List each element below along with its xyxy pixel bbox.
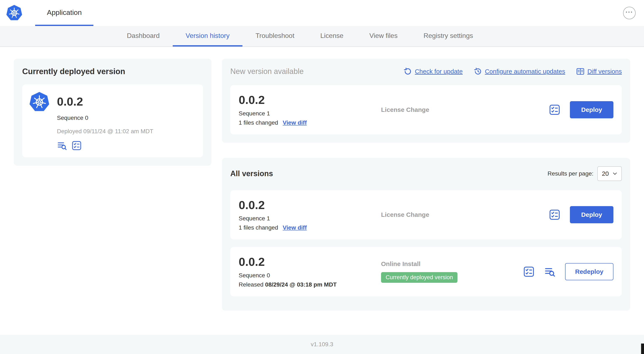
console-version: v1.109.3 <box>311 341 333 348</box>
tab-registry-settings[interactable]: Registry settings <box>410 26 486 47</box>
version-sequence: Sequence 1 <box>239 215 381 222</box>
all-versions-header: All versions Results per page: 20 <box>230 166 622 181</box>
version-controls: Deploy <box>549 206 614 223</box>
diff-icon <box>576 68 584 75</box>
view-config-checklist-icon[interactable] <box>72 141 82 151</box>
configure-automatic-updates-link[interactable]: Configure automatic updates <box>474 68 565 75</box>
tab-view-files[interactable]: View files <box>356 26 410 47</box>
tab-license[interactable]: License <box>307 26 356 47</box>
version-info: 0.0.2 Sequence 1 1 files changed View di… <box>239 199 381 231</box>
release-notes-icon[interactable] <box>57 141 67 151</box>
view-diff-link[interactable]: View diff <box>283 119 307 126</box>
version-source: License Change <box>381 106 549 113</box>
change-type-label: Online Install <box>381 260 523 267</box>
released-date: 08/29/24 @ 03:18 pm MDT <box>265 281 337 288</box>
release-notes-icon[interactable] <box>544 266 556 277</box>
view-config-checklist-icon[interactable] <box>549 104 560 115</box>
version-actions: Check for update Configure automatic upd… <box>404 68 622 75</box>
right-column: New version available Check for update <box>222 59 630 311</box>
app-footer: v1.109.3 <box>0 335 644 354</box>
tab-version-history[interactable]: Version history <box>173 26 243 47</box>
tab-license-label: License <box>320 32 343 40</box>
version-number: 0.0.2 <box>239 255 381 268</box>
version-controls: Redeploy <box>523 263 614 280</box>
deployed-version-number: 0.0.2 <box>57 91 153 112</box>
refresh-icon <box>404 68 412 75</box>
files-changed-count: 1 files changed <box>239 119 278 126</box>
tab-registry-settings-label: Registry settings <box>424 32 473 40</box>
deployed-sequence: Sequence 0 <box>57 115 153 121</box>
version-sequence: Sequence 0 <box>239 272 381 279</box>
kubernetes-app-icon <box>29 91 50 113</box>
files-changed-row: 1 files changed View diff <box>239 224 381 231</box>
top-header: Application ··· <box>0 0 644 26</box>
results-per-page: Results per page: 20 <box>548 166 622 181</box>
currently-deployed-badge: Currently deployed version <box>381 272 458 283</box>
version-info: 0.0.2 Sequence 1 1 files changed View di… <box>239 93 381 126</box>
new-version-card: 0.0.2 Sequence 1 1 files changed View di… <box>230 85 622 135</box>
kubernetes-logo-icon <box>6 4 22 22</box>
currently-deployed-panel: Currently deployed version <box>14 59 212 166</box>
currently-deployed-card: 0.0.2 Sequence 0 Deployed 09/11/24 @ 11:… <box>22 84 203 157</box>
version-info: 0.0.2 Sequence 0 Released08/29/24 @ 03:1… <box>239 255 381 288</box>
version-source: License Change <box>381 211 549 218</box>
check-for-update-link[interactable]: Check for update <box>404 68 462 75</box>
change-type-label: License Change <box>381 211 549 218</box>
diff-versions-label: Diff versions <box>587 68 622 75</box>
version-row: 0.0.2 Sequence 0 Released08/29/24 @ 03:1… <box>230 247 622 296</box>
view-config-checklist-icon[interactable] <box>549 209 560 220</box>
files-changed-count: 1 files changed <box>239 224 278 231</box>
tab-version-history-label: Version history <box>186 32 230 40</box>
tab-application-label: Application <box>47 8 82 17</box>
tab-dashboard-label: Dashboard <box>127 32 160 40</box>
check-for-update-label: Check for update <box>415 68 462 75</box>
deploy-button[interactable]: Deploy <box>570 206 614 223</box>
results-per-page-label: Results per page: <box>548 170 593 177</box>
all-versions-title: All versions <box>230 169 273 178</box>
released-label: Released08/29/24 @ 03:18 pm MDT <box>239 281 337 288</box>
results-per-page-value: 20 <box>602 170 609 177</box>
files-changed-row: 1 files changed View diff <box>239 119 381 126</box>
version-source: Online Install Currently deployed versio… <box>381 260 523 283</box>
scrollbar-thumb[interactable] <box>641 343 644 354</box>
results-per-page-select[interactable]: 20 <box>597 166 622 181</box>
configure-automatic-updates-label: Configure automatic updates <box>485 68 565 75</box>
more-options-button[interactable]: ··· <box>623 7 636 19</box>
tab-view-files-label: View files <box>369 32 398 40</box>
version-controls: Deploy <box>549 101 614 118</box>
version-row: 0.0.2 Sequence 1 1 files changed View di… <box>230 190 622 240</box>
deploy-button[interactable]: Deploy <box>570 101 614 118</box>
new-version-header: New version available Check for update <box>230 67 622 76</box>
all-versions-panel: All versions Results per page: 20 0.0.2 … <box>222 158 630 311</box>
tab-troubleshoot-label: Troubleshoot <box>256 32 294 40</box>
ellipsis-icon: ··· <box>626 9 633 16</box>
version-history-page: Currently deployed version <box>0 47 644 335</box>
version-number: 0.0.2 <box>239 93 381 106</box>
schedule-icon <box>474 68 482 75</box>
change-type-label: License Change <box>381 106 549 113</box>
diff-versions-link[interactable]: Diff versions <box>576 68 622 75</box>
tab-troubleshoot[interactable]: Troubleshoot <box>242 26 307 47</box>
deployed-timestamp: Deployed 09/11/24 @ 11:02 am MDT <box>57 128 153 135</box>
version-sequence: Sequence 1 <box>239 110 381 117</box>
version-number: 0.0.2 <box>239 199 381 212</box>
view-diff-link[interactable]: View diff <box>283 224 307 231</box>
new-version-title: New version available <box>230 67 304 76</box>
redeploy-button[interactable]: Redeploy <box>565 263 614 280</box>
deployed-actions <box>57 141 153 151</box>
new-version-panel: New version available Check for update <box>222 59 630 143</box>
released-row: Released08/29/24 @ 03:18 pm MDT <box>239 281 381 288</box>
app-subnav: Dashboard Version history Troubleshoot L… <box>0 26 644 47</box>
deployed-info: 0.0.2 Sequence 0 Deployed 09/11/24 @ 11:… <box>57 91 153 151</box>
chevron-down-icon <box>612 172 617 175</box>
tab-application[interactable]: Application <box>35 0 94 26</box>
tab-dashboard[interactable]: Dashboard <box>114 26 173 47</box>
currently-deployed-title: Currently deployed version <box>22 67 203 76</box>
view-config-checklist-icon[interactable] <box>523 266 534 277</box>
